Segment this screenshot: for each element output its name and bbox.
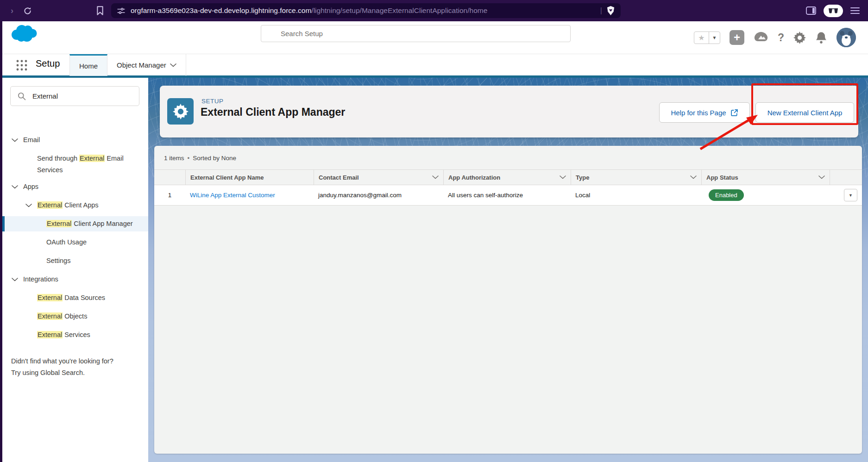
app-status-cell: Enabled <box>701 189 830 201</box>
list-view-card: 1 items•Sorted by None External Client A… <box>154 146 862 454</box>
quick-create-icon[interactable]: + <box>730 30 744 45</box>
salesforce-global-header: ★ ▼ + ? <box>0 21 868 54</box>
gear-icon[interactable] <box>793 31 806 44</box>
nav-tabs: Home Object Manager <box>69 54 186 76</box>
tree-item-label: External Client App Manager <box>46 218 133 230</box>
tree-item-label: External Data Sources <box>37 292 105 304</box>
trailhead-icon[interactable] <box>754 31 768 44</box>
app-name: Setup <box>36 58 60 69</box>
chevron-down-icon[interactable] <box>12 274 19 285</box>
new-external-client-app-button[interactable]: New External Client App <box>755 102 854 123</box>
url-host: orgfarm-a3569e023a-dev-ed.develop.lightn… <box>131 6 311 15</box>
setup-tree: EmailSend through External Email Service… <box>2 130 148 346</box>
sidebar-group-email[interactable]: Email <box>2 132 148 148</box>
sidebar-group-apps[interactable]: Apps <box>2 179 148 194</box>
app-authorization-cell: All users can self-authorize <box>443 192 571 199</box>
sidebar-item-settings[interactable]: Settings <box>2 253 148 268</box>
column-header[interactable]: App Authorization <box>443 169 571 185</box>
main-content: SETUP External Client App Manager Help f… <box>148 78 868 462</box>
list-summary: 1 items•Sorted by None <box>154 146 862 162</box>
url-path: /lightning/setup/ManageExternalClientApp… <box>311 6 487 15</box>
sidebar-item-external-objects[interactable]: External Objects <box>2 309 148 324</box>
external-link-icon <box>730 109 738 117</box>
tree-item-label: Settings <box>46 255 70 267</box>
sidebar-group-integrations[interactable]: Integrations <box>2 272 148 287</box>
bookmark-icon[interactable] <box>96 6 104 15</box>
column-header[interactable]: Type <box>571 169 701 185</box>
column-header[interactable]: Contact Email <box>314 169 443 185</box>
search-setup-input[interactable] <box>261 25 571 42</box>
avatar[interactable] <box>837 28 856 47</box>
sidebar-footer: Didn't find what you're looking for? Try… <box>11 356 113 379</box>
sidebar-item-external-services[interactable]: External Services <box>2 327 148 343</box>
status-badge: Enabled <box>709 189 744 201</box>
page-eyebrow: SETUP <box>201 98 224 105</box>
tree-item-label: External Services <box>37 329 90 341</box>
column-header[interactable]: External Client App Name <box>185 169 314 185</box>
tree-item-label: Email <box>23 134 40 146</box>
bell-icon[interactable] <box>815 31 827 44</box>
sort-status: Sorted by None <box>193 155 236 162</box>
app-name-link[interactable]: WiLine App External Customer <box>190 192 275 199</box>
help-for-this-page-button[interactable]: Help for this Page <box>659 102 750 123</box>
favorites-button[interactable]: ★ ▼ <box>694 31 720 44</box>
setup-nav-bar: Setup Home Object Manager <box>0 54 868 78</box>
brave-shield-icon[interactable] <box>607 6 615 15</box>
reload-icon[interactable] <box>21 6 33 15</box>
column-header[interactable]: App Status <box>701 169 830 185</box>
app-launcher-icon[interactable] <box>15 59 28 72</box>
sidebar-item-oauth-usage[interactable]: OAuth Usage <box>2 235 148 250</box>
chevron-down-icon[interactable] <box>12 181 19 193</box>
tree-item-label: External Objects <box>37 311 87 322</box>
menu-icon[interactable] <box>850 7 860 14</box>
salesforce-logo-icon[interactable] <box>10 23 39 44</box>
sidebar-group-external-client-apps[interactable]: External Client Apps <box>2 198 148 213</box>
tab-object-manager[interactable]: Object Manager <box>107 54 186 76</box>
page-header-card: SETUP External Client App Manager Help f… <box>160 86 858 137</box>
data-table: External Client App NameContact EmailApp… <box>154 169 862 206</box>
action-column-header <box>830 169 862 185</box>
row-actions-button[interactable]: ▼ <box>844 189 857 201</box>
glasses-icon <box>828 8 838 13</box>
tree-item-label: OAuth Usage <box>46 237 87 248</box>
forward-icon[interactable]: › <box>6 6 18 16</box>
screen: › orgfarm-a3569e023a-dev-ed.develop.ligh… <box>0 0 868 462</box>
quick-find-input[interactable] <box>10 86 139 106</box>
tree-item-label: Apps <box>23 181 38 193</box>
sidebar-item-external-client-app-manager[interactable]: External Client App Manager <box>2 216 148 231</box>
tree-item-label: External Client Apps <box>37 200 99 211</box>
url-bar[interactable]: orgfarm-a3569e023a-dev-ed.develop.lightn… <box>111 3 621 18</box>
tree-item-label: Send through External Email Services <box>37 153 146 176</box>
tree-item-label: Integrations <box>23 274 58 285</box>
url-separator: | <box>600 6 602 15</box>
sidebar-item-send-through-external-email-services[interactable]: Send through External Email Services <box>2 151 148 176</box>
favorites-caret-icon[interactable]: ▼ <box>709 32 720 44</box>
setup-gear-tile-icon <box>167 98 194 125</box>
window-edge <box>0 21 2 462</box>
tab-home[interactable]: Home <box>69 54 107 76</box>
item-count: 1 items <box>164 155 184 162</box>
setup-sidebar: EmailSend through External Email Service… <box>2 78 148 462</box>
chevron-down-icon[interactable] <box>25 200 33 211</box>
page-title: External Client App Manager <box>201 106 345 119</box>
browser-chrome: › orgfarm-a3569e023a-dev-ed.develop.ligh… <box>0 0 868 21</box>
site-controls-icon[interactable] <box>117 7 125 15</box>
brave-vpn-button[interactable] <box>824 5 843 17</box>
sidebar-item-external-data-sources[interactable]: External Data Sources <box>2 290 148 306</box>
search-icon <box>18 92 26 100</box>
table-header-row: External Client App NameContact EmailApp… <box>154 169 862 185</box>
help-icon[interactable]: ? <box>778 31 784 44</box>
table-body: 1WiLine App External Customerjanduy.manz… <box>154 185 862 206</box>
star-icon[interactable]: ★ <box>694 32 709 44</box>
chevron-down-icon[interactable] <box>12 134 19 146</box>
sidebar-toggle-icon[interactable] <box>806 6 816 15</box>
contact-email-cell: janduy.manzanos@gmail.com <box>314 192 443 199</box>
row-number-header <box>154 169 185 185</box>
chevron-down-icon <box>170 63 176 67</box>
row-number: 1 <box>154 192 185 199</box>
table-row: 1WiLine App External Customerjanduy.manz… <box>154 185 862 206</box>
type-cell: Local <box>571 192 701 199</box>
